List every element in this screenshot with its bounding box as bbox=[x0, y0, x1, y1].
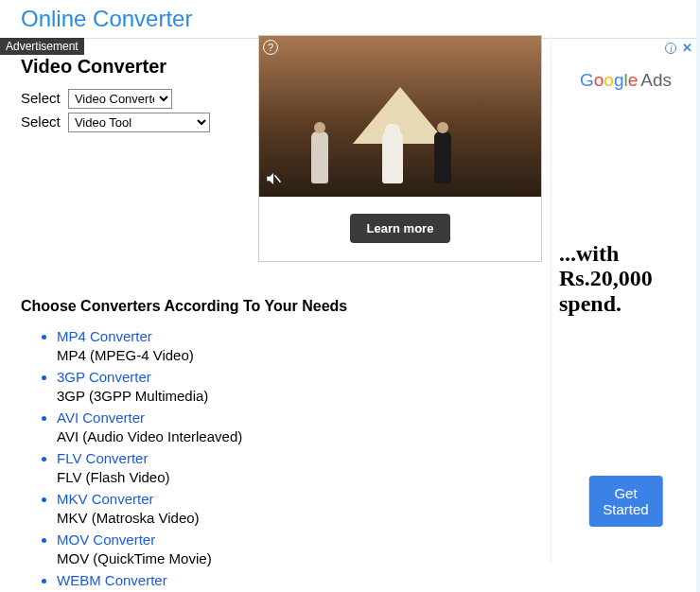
side-ad: i ✕ GoogleAds ...with Rs.20,000 spend. G… bbox=[551, 35, 700, 565]
scrollbar[interactable] bbox=[696, 0, 700, 592]
ad-info-icon[interactable]: ? bbox=[263, 40, 278, 55]
get-started-button[interactable]: Get Started bbox=[588, 476, 663, 527]
select-label-1: Select bbox=[21, 90, 61, 106]
site-title-link[interactable]: Online Converter bbox=[21, 6, 192, 31]
learn-more-button[interactable]: Learn more bbox=[350, 214, 451, 243]
svg-line-0 bbox=[275, 175, 281, 183]
main-ad: ? Learn more bbox=[258, 35, 542, 262]
converter-link[interactable]: MOV Converter bbox=[57, 531, 155, 548]
converter-link[interactable]: WEBM Converter bbox=[57, 572, 167, 588]
ad-close-icon[interactable]: ✕ bbox=[682, 41, 692, 55]
converter-link[interactable]: 3GP Converter bbox=[57, 369, 151, 385]
ad-person-graphic bbox=[434, 131, 451, 183]
ad-person-graphic bbox=[311, 131, 328, 183]
converter-link[interactable]: MP4 Converter bbox=[57, 328, 152, 344]
list-item: WEBM ConverterWebM (WebM Video) bbox=[57, 572, 679, 592]
select-label-2: Select bbox=[21, 113, 61, 130]
converter-link[interactable]: FLV Converter bbox=[57, 450, 148, 466]
converter-select[interactable]: Video Converter bbox=[68, 89, 172, 109]
side-ad-text: ...with Rs.20,000 spend. bbox=[559, 241, 696, 316]
converter-link[interactable]: MKV Converter bbox=[57, 491, 154, 507]
converter-link[interactable]: AVI Converter bbox=[57, 409, 145, 426]
ad-video[interactable]: ? bbox=[259, 36, 541, 197]
mute-icon[interactable] bbox=[265, 170, 282, 191]
google-ads-logo: GoogleAds bbox=[559, 70, 692, 91]
tool-select[interactable]: Video Tool bbox=[68, 113, 210, 132]
ad-person-graphic bbox=[382, 131, 403, 183]
ad-info-icon[interactable]: i bbox=[665, 43, 676, 54]
